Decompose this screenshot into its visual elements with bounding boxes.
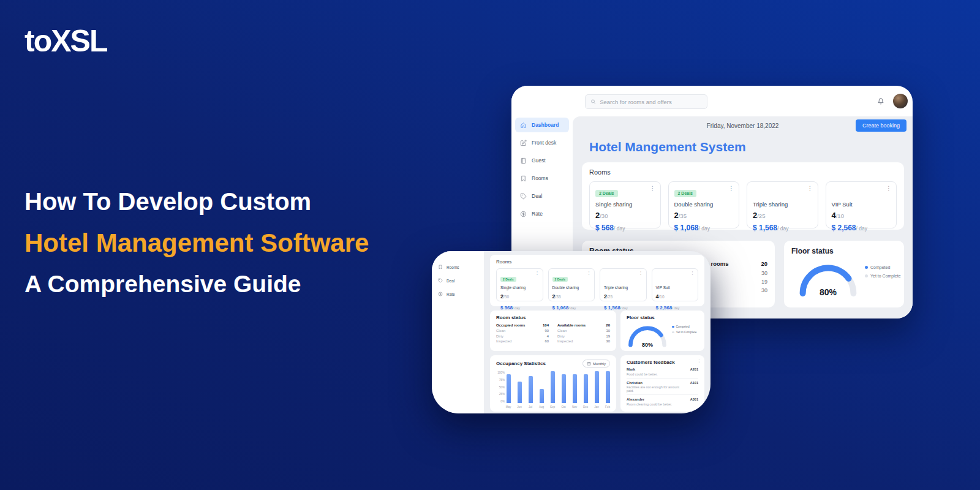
bar-column: Jun: [517, 371, 522, 403]
price-unit: / day: [699, 225, 710, 232]
feedback-comment: Room cleaning could be better.: [627, 402, 683, 406]
bar: [529, 376, 533, 403]
feedback-item: Alexander Room cleaning could be better.…: [627, 395, 698, 408]
bookmark-icon: [520, 175, 527, 182]
x-tick-label: Jul: [529, 405, 532, 409]
room-card-vip-suit: ⋮ VIP Suit 4/10 $ 2,568/ day: [652, 268, 699, 301]
dashboard-window-front: Rooms Deal Rate Rooms 2 Deals ⋮ Single s…: [432, 251, 710, 413]
heading-line-3: A Comprehensive Guide: [24, 263, 369, 304]
floor-status-gauge: 80%: [795, 260, 861, 298]
available-rooms-value: 20: [761, 260, 767, 267]
capacity: /35: [679, 213, 687, 219]
sidebar-item-front-desk[interactable]: Front desk: [515, 135, 569, 150]
feedback-room-number: A201: [690, 368, 698, 371]
x-tick-label: Nov: [572, 405, 577, 409]
capacity: /25: [757, 213, 765, 219]
sidebar-item-guest[interactable]: Guest: [515, 153, 569, 168]
sidebar-item-deal[interactable]: Deal: [515, 189, 569, 203]
sidebar-item-rooms[interactable]: Rooms: [515, 171, 569, 186]
room-type-label: Double sharing: [674, 201, 734, 208]
rooms-section-title: Rooms: [496, 259, 698, 265]
bar: [518, 382, 522, 403]
kebab-menu-icon[interactable]: ⋮: [587, 271, 591, 276]
price-unit: / day: [856, 225, 867, 232]
rooms-section: Rooms 2 Deals ⋮ Single sharing 2/30 $ 56…: [490, 255, 704, 306]
feedback-comment: Facilities are not enough for amount pai…: [627, 385, 683, 393]
search-input[interactable]: [600, 99, 702, 105]
room-status-title: Room status: [496, 315, 610, 320]
floor-status-gauge: 80%: [625, 323, 669, 349]
y-tick-label: 100%: [497, 371, 505, 374]
page-background: toXSL How To Develop Custom Hotel Manage…: [0, 0, 980, 490]
kebab-menu-icon[interactable]: ⋮: [639, 271, 643, 276]
gauge-percent: 80%: [625, 342, 669, 348]
bar: [573, 374, 577, 403]
chart-yaxis: 100%75%50%25%0%: [495, 371, 505, 403]
occupancy-title: Occupancy Statistics: [496, 361, 546, 366]
deals-badge: 2 Deals: [674, 190, 697, 197]
bar-column: May: [506, 371, 511, 403]
sidebar-item-dashboard[interactable]: Dashboard: [515, 118, 569, 132]
notification-bell-icon[interactable]: [876, 96, 886, 106]
edit-icon: [520, 140, 527, 146]
room-price: $ 1,568: [753, 224, 777, 232]
x-tick-label: Oct: [561, 405, 565, 409]
bar: [595, 371, 599, 403]
x-tick-label: Aug: [539, 405, 544, 409]
feedback-guest-name: Christian: [627, 381, 698, 385]
feedback-guest-name: Alexander: [627, 398, 698, 401]
sidebar-item-label: Deal: [447, 279, 454, 283]
floor-status-title: Floor status: [791, 247, 897, 255]
dollar-icon: [520, 211, 527, 217]
kebab-menu-icon[interactable]: ⋮: [650, 186, 656, 192]
bar: [540, 389, 544, 403]
legend-dot-yet: [865, 274, 868, 277]
room-type-label: Single sharing: [500, 285, 539, 290]
sidebar-item-label: Dashboard: [532, 122, 559, 128]
monthly-filter-button[interactable]: Monthly: [582, 360, 610, 368]
x-tick-label: Jun: [517, 405, 521, 409]
x-tick-label: Feb: [605, 405, 610, 409]
room-card-triple-sharing: ⋮ Triple sharing 2/25 $ 1,568/ day: [600, 268, 647, 301]
bar: [562, 374, 566, 403]
heading-line-1: How To Develop Custom: [24, 181, 369, 222]
occupied-count: 4: [832, 211, 836, 220]
sidebar-item-deal[interactable]: Deal: [438, 276, 481, 285]
toxsl-logo: toXSL: [24, 23, 107, 59]
kebab-menu-icon[interactable]: ⋮: [807, 186, 813, 192]
kebab-menu-icon[interactable]: ⋮: [886, 186, 892, 192]
heading-line-2: Hotel Management Software: [24, 222, 369, 263]
user-avatar[interactable]: [893, 94, 908, 108]
room-price: $ 568: [595, 224, 614, 232]
room-price: $ 1,068: [674, 224, 699, 232]
kebab-menu-icon[interactable]: ⋮: [535, 271, 540, 276]
search-bar[interactable]: [585, 94, 707, 109]
sidebar-item-rooms[interactable]: Rooms: [438, 262, 481, 272]
sidebar-item-rate[interactable]: Rate: [515, 206, 569, 221]
x-tick-label: Jan: [594, 405, 598, 409]
floor-status-title: Floor status: [627, 315, 698, 320]
create-booking-button[interactable]: Create booking: [856, 119, 907, 132]
room-card-single-sharing: 2 Deals ⋮ Single sharing 2/30 $ 568/ day: [496, 268, 543, 301]
kebab-menu-icon[interactable]: ⋮: [697, 359, 701, 364]
room-type-label: Triple sharing: [604, 285, 643, 290]
feedback-room-number: A101: [690, 381, 698, 385]
calendar-icon: [587, 361, 591, 366]
floor-status-card: Floor status 80% Competed Yet to Complet…: [620, 311, 704, 351]
page-title: Hotel Mangement System: [589, 140, 746, 154]
price-unit: / day: [777, 225, 788, 232]
sidebar-item-label: Rate: [532, 211, 543, 217]
sidebar-item-rate[interactable]: Rate: [438, 289, 481, 299]
x-tick-label: Dec: [583, 405, 588, 409]
room-card-double-sharing: 2 Deals ⋮ Double sharing 2/35 $ 1,068/ d…: [668, 181, 740, 228]
bar-column: Jan: [594, 371, 599, 403]
occupied-rooms-column: Occupied rooms104 Clean90 Dirty4 Inspect…: [496, 323, 549, 345]
bookmark-icon: [438, 265, 443, 270]
bar: [606, 371, 610, 403]
customers-feedback-card: Customers feedback ⋮ Mark Food could be …: [620, 355, 704, 412]
hero-heading: How To Develop Custom Hotel Management S…: [24, 181, 369, 304]
y-tick-label: 75%: [499, 379, 505, 382]
x-tick-label: May: [506, 405, 511, 409]
kebab-menu-icon[interactable]: ⋮: [690, 271, 695, 276]
kebab-menu-icon[interactable]: ⋮: [728, 186, 734, 192]
